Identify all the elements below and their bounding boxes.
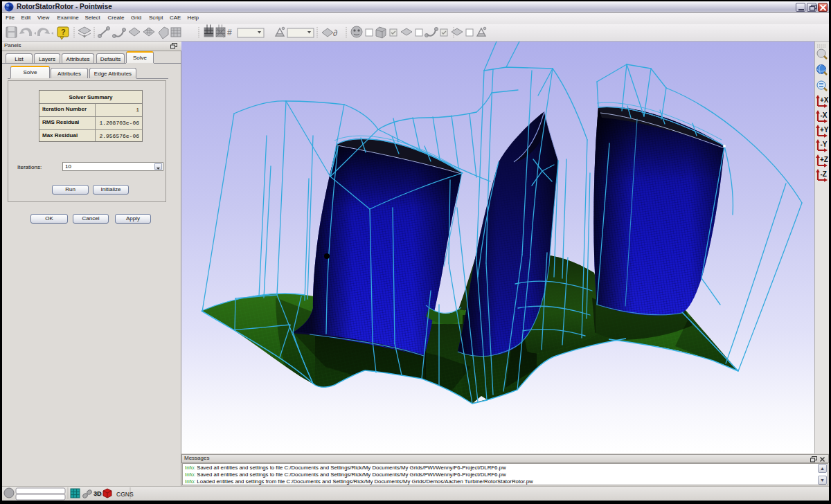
svg-text:-Y: -Y [821, 141, 828, 148]
svg-text:+Z: +Z [820, 156, 828, 163]
svg-text:-Z: -Z [821, 170, 827, 178]
svg-text:+Y: +Y [820, 126, 829, 134]
svg-text:+X: +X [820, 96, 829, 104]
svg-text:∂: ∂ [333, 28, 337, 38]
svg-text:-X: -X [821, 111, 828, 119]
svg-text:#: # [227, 28, 232, 37]
svg-text:?: ? [61, 28, 66, 36]
